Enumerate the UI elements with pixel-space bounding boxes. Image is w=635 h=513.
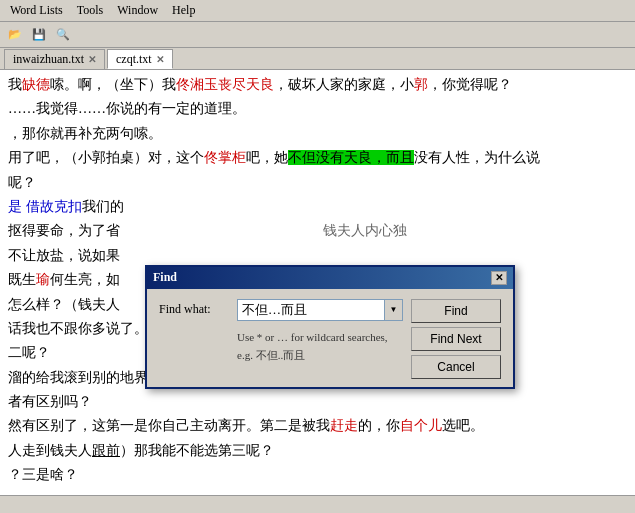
text-line-2: ……我觉得……你说的有一定的道理。 — [8, 98, 627, 120]
tab-close-czqt[interactable]: ✕ — [156, 54, 164, 65]
text-line-3: ，那你就再补充两句嗦。 — [8, 123, 627, 145]
find-dialog-body: Find what: ▼ Use * or … for wildcard sea… — [147, 289, 513, 387]
menu-wordlists[interactable]: Word Lists — [4, 2, 69, 19]
text-line-14: 者有区别吗？ — [8, 391, 627, 413]
find-dialog-left: Find what: ▼ Use * or … for wildcard sea… — [159, 299, 403, 370]
tabbar: inwaizhuan.txt ✕ czqt.txt ✕ — [0, 48, 635, 70]
menu-window[interactable]: Window — [111, 2, 164, 19]
find-what-row: Find what: ▼ — [159, 299, 403, 321]
toolbar: 📂 💾 🔍 — [0, 22, 635, 48]
find-hint-text: Use * or … for wildcard searches, e.g. 不… — [237, 329, 403, 364]
text-line-15: 然有区别了，这第一是你自己主动离开。第二是被我赶走的，你自个儿选吧。 — [8, 415, 627, 437]
app-window: Word Lists Tools Window Help 📂 💾 🔍 inwai… — [0, 0, 635, 513]
text-line-8: 不让放盐，说如果 — [8, 245, 627, 267]
text-line-1: 我缺德嗦。啊，（坐下）我佟湘玉丧尽天良，破坏人家的家庭，小郭，你觉得呢？ — [8, 74, 627, 96]
find-what-input[interactable] — [237, 299, 385, 321]
text-line-7: 抠得要命，为了省 钱夫人内心独 — [8, 220, 627, 242]
find-dialog: Find ✕ Find what: ▼ Use * or … for — [145, 265, 515, 389]
save-button[interactable]: 💾 — [28, 25, 50, 45]
find-next-button[interactable]: Find Next — [411, 327, 501, 351]
statusbar — [0, 495, 635, 513]
find-button[interactable]: Find — [411, 299, 501, 323]
tab-label-inwaizhuan: inwaizhuan.txt — [13, 52, 84, 67]
text-line-5: 呢？ — [8, 172, 627, 194]
find-dialog-title: Find — [153, 268, 177, 287]
find-input-container: ▼ — [237, 299, 403, 321]
tab-inwaizhuan[interactable]: inwaizhuan.txt ✕ — [4, 49, 105, 69]
tab-close-inwaizhuan[interactable]: ✕ — [88, 54, 96, 65]
tab-czqt[interactable]: czqt.txt ✕ — [107, 49, 173, 69]
search-button[interactable]: 🔍 — [52, 25, 74, 45]
menu-help[interactable]: Help — [166, 2, 201, 19]
find-dialog-close-button[interactable]: ✕ — [491, 271, 507, 285]
text-line-16: 人走到钱夫人跟前）那我能不能选第三呢？ — [8, 440, 627, 462]
find-dialog-buttons: Find Find Next Cancel — [411, 299, 501, 379]
menubar: Word Lists Tools Window Help — [0, 0, 635, 22]
find-what-label: Find what: — [159, 300, 229, 319]
menu-tools[interactable]: Tools — [71, 2, 110, 19]
find-dialog-titlebar: Find ✕ — [147, 267, 513, 289]
cancel-button[interactable]: Cancel — [411, 355, 501, 379]
text-line-4: 用了吧，（小郭拍桌）对，这个佟掌柜吧，她不但没有天良，而且没有人性，为什么说 — [8, 147, 627, 169]
find-dropdown-button[interactable]: ▼ — [385, 299, 403, 321]
text-line-6: 是 借故克扣我们的 — [8, 196, 627, 218]
text-content-area: 我缺德嗦。啊，（坐下）我佟湘玉丧尽天良，破坏人家的家庭，小郭，你觉得呢？ ……我… — [0, 70, 635, 495]
open-button[interactable]: 📂 — [4, 25, 26, 45]
text-line-17: ？三是啥？ — [8, 464, 627, 486]
tab-label-czqt: czqt.txt — [116, 52, 152, 67]
